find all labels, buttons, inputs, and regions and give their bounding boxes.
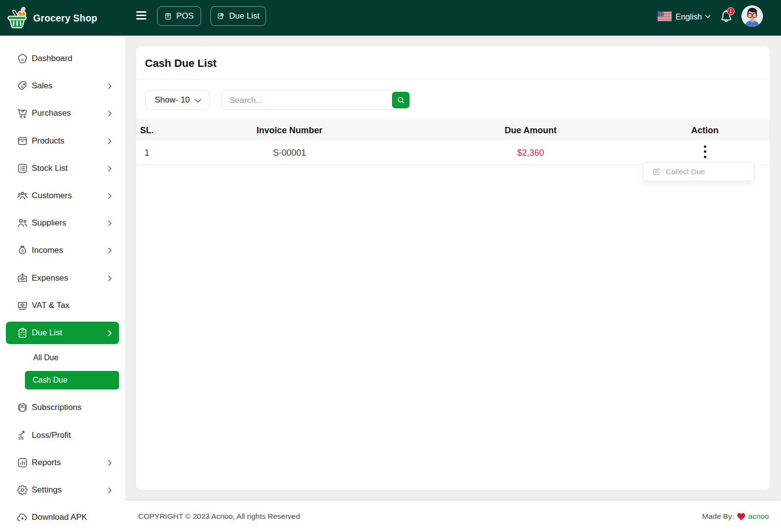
svg-text:$: $ — [21, 249, 24, 254]
svg-text:$: $ — [21, 84, 23, 89]
